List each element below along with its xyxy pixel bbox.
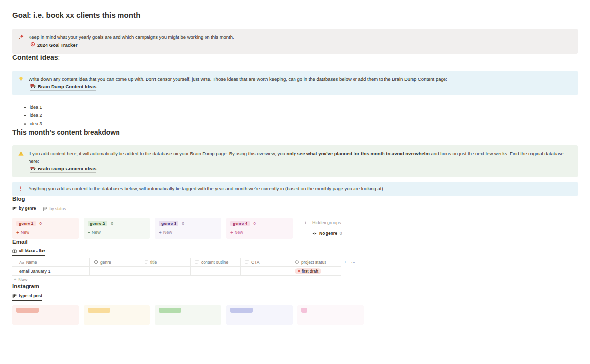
email-table: Aa Name genre title content outline — [12, 258, 356, 283]
tab-by-genre[interactable]: by genre — [12, 206, 36, 213]
email-heading: Email — [12, 239, 578, 245]
genre-pill[interactable]: genre 1 — [16, 221, 36, 226]
column-count: 0 — [182, 221, 184, 226]
type-pill[interactable] — [16, 308, 39, 313]
lightbulb-icon — [18, 75, 24, 91]
instagram-view-tabs: type of post — [12, 293, 578, 301]
column-count: 0 — [253, 221, 256, 226]
column-header-project-status[interactable]: project status — [291, 258, 341, 267]
column-header-cta[interactable]: CTA — [241, 258, 291, 267]
list-item[interactable]: idea 1 — [30, 103, 578, 112]
content-ideas-callout-text: Write down any content idea that you can… — [29, 75, 572, 83]
goal-tracker-link-label: 2024 Goal Tracker — [37, 41, 77, 49]
truck-icon — [30, 165, 36, 172]
column-header-name[interactable]: Aa Name — [12, 258, 90, 267]
table-row: email January 1 first draft — [12, 267, 356, 276]
column-header-content-outline[interactable]: content outline — [191, 258, 241, 267]
breakdown-info-text: Anything you add as content to the datab… — [29, 185, 572, 192]
row-cta-cell[interactable] — [241, 267, 291, 276]
breakdown-warning-text: If you add content here, it will automat… — [29, 150, 572, 165]
brain-dump-link-label: Brain Dump Content Ideas — [38, 165, 96, 172]
brain-dump-link-label: Brain Dump Content Ideas — [38, 83, 96, 90]
row-project-status-cell[interactable]: first draft — [291, 267, 341, 276]
new-card-button[interactable]: +New — [88, 230, 146, 235]
email-view-tabs: all ideas - list — [12, 249, 578, 256]
notion-page: Goal: i.e. book xx clients this month Ke… — [0, 0, 590, 325]
status-pill[interactable]: first draft — [295, 268, 321, 274]
type-pill[interactable] — [301, 308, 307, 313]
tab-all-ideas-list[interactable]: all ideas - list — [12, 249, 45, 256]
content-ideas-callout: Write down any content idea that you can… — [12, 71, 578, 95]
content-ideas-heading: Content ideas: — [12, 54, 578, 61]
new-card-button[interactable]: +New — [159, 230, 217, 235]
goal-callout-text: Keep in mind what your yearly goals are … — [29, 33, 572, 41]
board-column — [226, 305, 293, 325]
column-count: 0 — [111, 221, 113, 226]
list-item[interactable]: idea 3 — [30, 120, 578, 128]
board-column — [12, 305, 79, 325]
table-header-row: Aa Name genre title content outline — [12, 258, 356, 267]
board-column — [84, 305, 150, 325]
type-pill[interactable] — [230, 308, 253, 313]
board-column-genre-3: genre 3 0 +New — [155, 218, 221, 239]
list-item[interactable]: idea 2 — [30, 112, 578, 120]
board-column-genre-2: genre 2 0 +New — [84, 218, 150, 239]
select-property-icon — [94, 260, 98, 265]
row-name-cell[interactable]: email January 1 — [12, 267, 90, 276]
board-column-genre-4: genre 4 0 +New — [226, 218, 293, 239]
blog-heading: Blog — [12, 196, 578, 202]
text-lines-icon — [245, 260, 249, 265]
board-column — [297, 305, 364, 325]
tab-type-of-post[interactable]: type of post — [12, 293, 42, 301]
brain-dump-link[interactable]: Brain Dump Content Ideas — [30, 165, 96, 173]
page-title: Goal: i.e. book xx clients this month — [12, 0, 578, 19]
board-column — [155, 305, 221, 325]
type-pill[interactable] — [159, 308, 181, 313]
board-view-icon — [12, 294, 17, 298]
breakdown-warning-callout: If you add content here, it will automat… — [12, 145, 578, 177]
genre-pill[interactable]: genre 3 — [159, 221, 178, 226]
brain-dump-link[interactable]: Brain Dump Content Ideas — [30, 83, 96, 91]
row-content-outline-cell[interactable] — [191, 267, 241, 276]
instagram-heading: Instagram — [12, 283, 578, 289]
pushpin-icon — [18, 33, 24, 49]
row-title-cell[interactable] — [140, 267, 191, 276]
table-view-icon — [12, 249, 17, 253]
warning-icon — [18, 150, 24, 173]
table-options-button[interactable]: ⋯ — [349, 258, 357, 267]
instagram-board — [12, 305, 578, 325]
hidden-group-no-genre[interactable]: No genre 0 — [312, 229, 342, 238]
text-lines-icon — [195, 260, 199, 265]
blog-board: genre 1 0 +New genre 2 0 +New genre 3 0 … — [12, 218, 578, 239]
goal-tracker-link[interactable]: 2024 Goal Tracker — [30, 41, 77, 49]
status-property-icon — [295, 260, 299, 265]
eye-off-icon — [312, 229, 317, 238]
type-pill[interactable] — [88, 308, 110, 313]
column-header-title[interactable]: title — [140, 258, 191, 267]
breakdown-heading: This month's content breakdown — [12, 128, 578, 136]
genre-pill[interactable]: genre 2 — [88, 221, 107, 226]
add-group-button[interactable]: + — [304, 220, 307, 238]
tab-by-status[interactable]: by status — [43, 206, 66, 213]
row-genre-cell[interactable] — [90, 267, 140, 276]
new-card-button[interactable]: +New — [16, 230, 75, 235]
column-count: 0 — [39, 221, 42, 226]
status-dot-icon — [298, 270, 300, 272]
breakdown-info-callout: Anything you add as content to the datab… — [12, 182, 578, 196]
blog-view-tabs: by genre by status — [12, 206, 578, 213]
genre-pill[interactable]: genre 4 — [230, 221, 250, 226]
dart-target-icon — [30, 41, 35, 49]
add-column-button[interactable]: + — [341, 258, 349, 267]
column-header-genre[interactable]: genre — [90, 258, 140, 267]
new-row-button[interactable]: +New — [12, 276, 356, 283]
board-view-icon — [43, 207, 47, 211]
text-lines-icon — [144, 260, 148, 265]
hidden-groups-label: Hidden groups — [312, 220, 342, 225]
board-view-icon — [12, 206, 17, 211]
board-column-genre-1: genre 1 0 +New — [12, 218, 79, 239]
truck-icon — [30, 83, 36, 90]
hidden-groups-panel: + Hidden groups No genre 0 — [304, 218, 342, 238]
new-card-button[interactable]: +New — [230, 230, 289, 235]
text-property-icon: Aa — [19, 260, 24, 265]
idea-list: idea 1 idea 2 idea 3 — [12, 103, 578, 128]
